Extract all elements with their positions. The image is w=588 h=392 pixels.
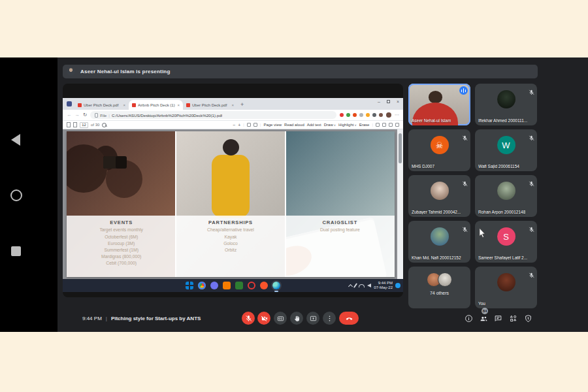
activities-button[interactable] — [509, 314, 517, 322]
pdf-action-read-aloud[interactable]: Read aloud — [284, 123, 304, 127]
participant-tile[interactable]: You — [475, 267, 537, 308]
taskbar-app-chrome[interactable] — [198, 282, 206, 289]
participant-name: Sameer Shafayet Latif 2... — [478, 255, 527, 260]
overflow-avatars — [427, 272, 453, 287]
captions-button[interactable] — [274, 312, 287, 325]
tab-close-icon[interactable]: × — [123, 103, 125, 107]
pdf-action-highlight[interactable]: Highlight∨ — [338, 123, 357, 127]
raise-hand-button[interactable] — [290, 312, 303, 325]
tab-title: Uber Pitch Deck.pdf — [192, 103, 229, 107]
fit-page-icon[interactable] — [253, 123, 257, 127]
browser-forward-icon[interactable]: → — [75, 112, 80, 118]
participant-tile[interactable]: ☠MHS DJ007 — [408, 129, 470, 171]
save-icon[interactable] — [382, 123, 386, 127]
participant-tile[interactable]: 74 others — [408, 267, 470, 308]
taskbar-app-excel[interactable] — [235, 282, 243, 289]
scrollbar-thumb[interactable] — [399, 133, 402, 163]
chat-button[interactable] — [494, 314, 502, 322]
window-maximize-button[interactable] — [387, 100, 390, 103]
window-close-button[interactable]: × — [397, 99, 399, 104]
participant-tile[interactable]: Iftekhar Ahmed 2000111... — [475, 84, 537, 125]
print-icon[interactable] — [376, 123, 380, 127]
participant-avatar — [431, 182, 449, 200]
participant-tile[interactable]: WWafi Sajid 200061154 — [475, 129, 537, 171]
extension-icon[interactable] — [359, 113, 363, 117]
slide-heading: CRAIGSLIST — [286, 220, 395, 225]
tab-close-icon[interactable]: × — [177, 103, 180, 107]
outline-icon[interactable] — [73, 122, 77, 127]
android-back-button[interactable] — [11, 134, 20, 146]
pdf-action-page-view[interactable]: Page view — [263, 123, 282, 127]
participant-tile[interactable]: Zubayer Tahmid 200042... — [408, 175, 470, 217]
pdf-action-label: Highlight — [338, 123, 353, 127]
meeting-details-button[interactable] — [465, 314, 473, 322]
extension-icon[interactable] — [372, 113, 376, 117]
pdf-action-draw[interactable]: Draw∨ — [324, 123, 336, 127]
browser-tab[interactable]: Airbnb Pitch Deck (1).pdf× — [129, 100, 183, 110]
mic-off-icon — [529, 269, 534, 275]
meeting-info: 9:44 PM | Pitching style for Start-ups b… — [82, 304, 201, 332]
new-tab-button[interactable]: + — [240, 102, 244, 108]
end-call-button[interactable] — [339, 312, 359, 325]
window-minimize-button[interactable]: – — [378, 99, 380, 104]
taskbar-app-media-app[interactable] — [223, 282, 231, 289]
mic-toggle-button[interactable] — [242, 312, 255, 325]
present-screen-button[interactable] — [306, 312, 319, 325]
participant-tile[interactable]: Aseer Nehal-ul Islam — [408, 84, 470, 125]
browser-menu-icon[interactable]: ⋯ — [395, 112, 399, 118]
browser-tab[interactable]: Uber Pitch Deck.pdf× — [183, 100, 237, 110]
extension-icon[interactable] — [340, 113, 344, 117]
slide-line: Summerfest (1M) — [67, 247, 176, 253]
browser-profile-avatar[interactable] — [386, 112, 391, 118]
slide-column: EVENTSTarget events monthlyOctoberfest (… — [67, 216, 176, 277]
android-home-button[interactable] — [10, 189, 22, 201]
participant-tile[interactable]: Khan Md. Nafi 200012152 — [408, 221, 470, 263]
pdf-action-erase[interactable]: Erase — [359, 123, 370, 127]
participant-avatar — [431, 227, 449, 246]
camera-toggle-button[interactable] — [257, 312, 270, 325]
browser-reload-icon[interactable]: ↻ — [83, 112, 87, 118]
zoom-in-icon[interactable]: + — [238, 123, 240, 127]
android-recents-button[interactable] — [11, 246, 21, 256]
notification-badge[interactable] — [395, 283, 400, 288]
pdf-scrollbar[interactable] — [397, 129, 403, 279]
pdf-settings-icon[interactable] — [395, 123, 399, 127]
participant-tile[interactable]: Rohan Arpon 200012148 — [475, 175, 537, 217]
tab-close-icon[interactable]: × — [231, 103, 234, 107]
taskbar-app-edge[interactable] — [272, 282, 280, 289]
browser-tab[interactable]: Uber Pitch Deck.pdf× — [74, 100, 129, 110]
taskbar-clock[interactable]: 9:44 PM 07-May-22 — [374, 281, 393, 290]
zoom-out-icon[interactable]: − — [233, 123, 235, 127]
fullscreen-icon[interactable] — [389, 123, 393, 127]
participant-avatar — [497, 182, 515, 200]
extension-icon[interactable] — [353, 113, 357, 117]
tab-title: Airbnb Pitch Deck (1).pdf — [138, 103, 175, 107]
browser-back-icon[interactable]: ← — [67, 112, 72, 118]
page-number-input[interactable]: 12 — [80, 122, 88, 128]
taskbar-app-discord[interactable] — [210, 282, 218, 289]
slide-line: Kayak — [176, 234, 285, 240]
participants-button[interactable] — [480, 314, 488, 322]
pdf-action-add-text[interactable]: Add text — [307, 123, 321, 127]
thumbnails-icon[interactable] — [67, 122, 71, 127]
extension-icon[interactable] — [346, 113, 350, 117]
host-controls-button[interactable] — [524, 314, 532, 322]
pdf-search-icon[interactable] — [102, 123, 106, 127]
taskbar-app-opera[interactable] — [248, 282, 255, 289]
taskbar-app-brave[interactable] — [260, 282, 268, 289]
mic-off-icon — [245, 315, 252, 322]
taskbar-app-start[interactable] — [186, 282, 193, 289]
extension-icon[interactable] — [379, 113, 383, 117]
participant-name: You — [478, 301, 485, 306]
slide-page: EVENTSTarget events monthlyOctoberfest (… — [67, 131, 395, 277]
tab-list: Uber Pitch Deck.pdf×Airbnb Pitch Deck (1… — [74, 100, 237, 110]
rotate-icon[interactable] — [247, 123, 251, 127]
screen-share-tile[interactable]: Uber Pitch Deck.pdf×Airbnb Pitch Deck (1… — [63, 84, 403, 297]
tray-expand-icon[interactable] — [348, 284, 353, 288]
more-options-button[interactable] — [323, 312, 336, 325]
address-url: C:/Users/ASUS/Desktop/Airbnb%20Pitch%20D… — [112, 113, 223, 118]
address-field[interactable]: File | C:/Users/ASUS/Desktop/Airbnb%20Pi… — [90, 111, 336, 119]
tab-actions-icon[interactable] — [67, 101, 72, 106]
meet-app: Aseer Nehal-ul Islam is presenting Uber … — [57, 57, 588, 332]
extension-icon[interactable] — [366, 113, 370, 117]
